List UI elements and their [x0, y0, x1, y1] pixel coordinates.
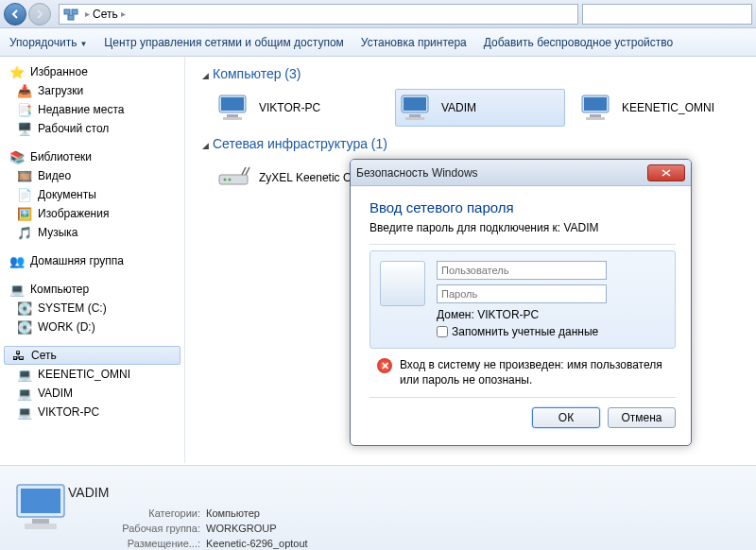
router-icon: [217, 163, 251, 192]
sidebar-net-keenetic[interactable]: 💻KEENETIC_OMNI: [0, 365, 184, 384]
svg-rect-4: [221, 97, 244, 111]
sidebar-favorites[interactable]: ⭐Избранное: [0, 62, 184, 81]
svg-rect-1: [72, 9, 77, 14]
details-label: Рабочая группа:: [96, 523, 200, 534]
homegroup-icon: 👥: [9, 253, 25, 268]
svg-rect-14: [586, 117, 605, 120]
pc-icon: 💻: [17, 386, 32, 401]
close-icon: [662, 169, 671, 177]
svg-rect-9: [409, 114, 421, 117]
details-title: VADIM: [68, 485, 308, 500]
ok-button[interactable]: ОК: [532, 407, 600, 428]
svg-point-16: [224, 179, 227, 181]
domain-label: Домен: VIKTOR-PC: [437, 308, 665, 321]
back-button[interactable]: [4, 3, 26, 26]
computer-item-selected[interactable]: VADIM: [395, 89, 565, 127]
address-bar[interactable]: ▸ Сеть ▸: [59, 4, 578, 25]
sidebar-downloads[interactable]: 📥Загрузки: [0, 81, 184, 100]
video-icon: 🎞️: [17, 168, 32, 183]
details-value: Keenetic-6296_optout: [206, 538, 308, 549]
dialog-titlebar[interactable]: Безопасность Windows: [351, 160, 691, 186]
recent-icon: 📑: [17, 102, 32, 117]
error-message: Вход в систему не произведен: имя пользо…: [400, 358, 672, 387]
details-pane: VADIM Категории:Компьютер Рабочая группа…: [0, 465, 756, 550]
svg-rect-23: [25, 524, 57, 529]
password-input[interactable]: [437, 284, 607, 303]
svg-point-17: [229, 179, 232, 181]
sidebar: ⭐Избранное 📥Загрузки 📑Недавние места 🖥️Р…: [0, 57, 185, 463]
music-icon: 🎵: [17, 225, 32, 240]
sidebar-net-vadim[interactable]: 💻VADIM: [0, 384, 184, 403]
breadcrumb-sep: ▸: [85, 9, 90, 19]
forward-button: [28, 3, 51, 26]
download-icon: 📥: [17, 83, 32, 98]
computer-icon: 💻: [9, 282, 25, 297]
credentials-box: Домен: VIKTOR-PC Запомнить учетные данны…: [369, 250, 676, 349]
pc-icon: 💻: [17, 367, 32, 382]
details-value: Компьютер: [206, 507, 260, 519]
star-icon: ⭐: [9, 64, 25, 79]
svg-rect-6: [223, 117, 242, 120]
sidebar-network[interactable]: 🖧Сеть: [4, 346, 180, 365]
nav-bar: ▸ Сеть ▸: [0, 0, 756, 28]
remember-checkbox[interactable]: Запомнить учетные данные: [437, 325, 665, 338]
svg-line-18: [242, 167, 246, 175]
section-infrastructure[interactable]: ◢Сетевая инфраструктура (1): [202, 136, 747, 151]
error-icon: ✕: [377, 358, 392, 373]
network-icon: [63, 8, 78, 21]
organize-menu[interactable]: Упорядочить▼: [9, 36, 87, 49]
monitor-icon: [580, 94, 614, 122]
svg-rect-10: [405, 117, 424, 120]
sidebar-music[interactable]: 🎵Музыка: [0, 223, 184, 242]
section-computers[interactable]: ◢Компьютер (3): [202, 66, 747, 81]
monitor-icon: [217, 94, 251, 122]
svg-rect-12: [584, 97, 607, 111]
breadcrumb-location[interactable]: Сеть: [93, 8, 118, 21]
network-center-button[interactable]: Центр управления сетями и общим доступом: [104, 36, 344, 49]
user-avatar-icon: [380, 261, 425, 306]
drive-icon: 💽: [17, 319, 32, 335]
desktop-icon: 🖥️: [17, 121, 32, 136]
sidebar-drive-d[interactable]: 💽WORK (D:): [0, 318, 184, 336]
sidebar-pictures[interactable]: 🖼️Изображения: [0, 204, 184, 223]
computer-item[interactable]: VIKTOR-PC: [214, 89, 384, 127]
breadcrumb-sep: ▸: [121, 9, 126, 19]
monitor-icon: [400, 94, 434, 122]
sidebar-homegroup[interactable]: 👥Домашняя группа: [0, 251, 184, 270]
dialog-subtitle: Введите пароль для подключения к: VADIM: [369, 221, 676, 234]
network-icon: 🖧: [10, 348, 26, 363]
svg-rect-13: [590, 114, 601, 117]
computer-item[interactable]: KEENETIC_OMNI: [576, 89, 747, 127]
svg-rect-0: [64, 9, 70, 14]
username-input[interactable]: [437, 261, 607, 280]
details-value: WORKGROUP: [206, 523, 277, 534]
sidebar-recent[interactable]: 📑Недавние места: [0, 100, 184, 119]
pictures-icon: 🖼️: [17, 206, 32, 221]
sidebar-documents[interactable]: 📄Документы: [0, 185, 184, 204]
details-label: Категории:: [96, 507, 200, 519]
svg-rect-5: [227, 114, 238, 117]
svg-rect-2: [68, 15, 74, 20]
cancel-button[interactable]: Отмена: [608, 407, 676, 428]
documents-icon: 📄: [17, 187, 32, 202]
svg-line-19: [246, 167, 249, 175]
svg-rect-21: [21, 489, 60, 513]
drive-icon: 💽: [17, 301, 32, 316]
library-icon: 📚: [9, 149, 25, 164]
sidebar-video[interactable]: 🎞️Видео: [0, 166, 184, 185]
add-wireless-button[interactable]: Добавить беспроводное устройство: [484, 36, 673, 49]
sidebar-desktop[interactable]: 🖥️Рабочий стол: [0, 119, 184, 138]
svg-rect-8: [404, 97, 426, 111]
search-input[interactable]: [582, 4, 752, 25]
credentials-dialog: Безопасность Windows Ввод сетевого парол…: [350, 159, 692, 446]
close-button[interactable]: [647, 164, 685, 181]
sidebar-drive-c[interactable]: 💽SYSTEM (C:): [0, 299, 184, 318]
install-printer-button[interactable]: Установка принтера: [361, 36, 467, 49]
sidebar-net-viktor[interactable]: 💻VIKTOR-PC: [0, 403, 184, 421]
dialog-title: Безопасность Windows: [356, 166, 647, 180]
sidebar-libraries[interactable]: 📚Библиотеки: [0, 147, 184, 166]
sidebar-computer[interactable]: 💻Компьютер: [0, 280, 184, 299]
dialog-heading: Ввод сетевого пароля: [369, 199, 676, 215]
pc-icon: 💻: [17, 404, 32, 420]
details-label: Размещение...:: [96, 538, 200, 549]
